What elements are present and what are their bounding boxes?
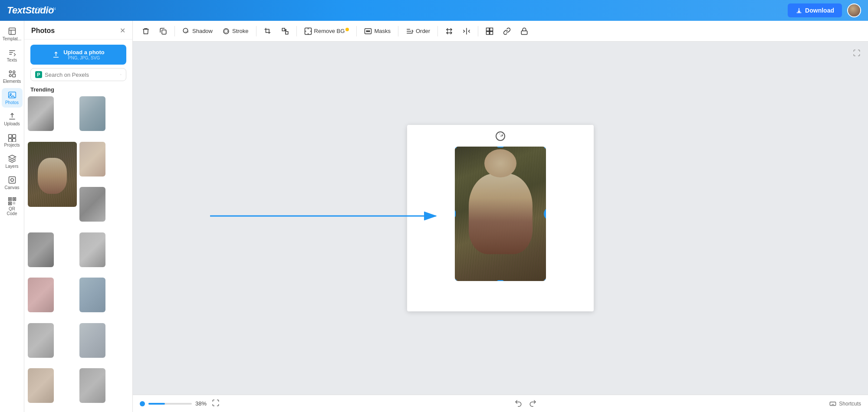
svg-rect-20	[162, 30, 166, 34]
sidebar-item-layers[interactable]: Layers	[2, 152, 23, 171]
photo-thumb-4[interactable]	[79, 187, 105, 222]
pexels-logo: P	[35, 71, 42, 78]
elements-icon	[8, 69, 16, 78]
sidebar-item-texts[interactable]: Texts	[2, 46, 23, 65]
keyboard-icon	[829, 400, 836, 407]
canvas-icon	[8, 176, 16, 184]
logo-design-text: DESIGN	[36, 7, 57, 11]
photo-thumb-11[interactable]	[28, 368, 54, 403]
rotate-handle[interactable]	[495, 131, 506, 141]
photo-thumb-2[interactable]	[79, 96, 105, 131]
sidebar-item-template[interactable]: Templat...	[2, 24, 23, 44]
zoom-slider-fill	[148, 403, 165, 405]
svg-rect-26	[285, 31, 288, 34]
masks-icon	[364, 27, 372, 35]
delete-icon	[142, 27, 150, 35]
toolbar: Shadow Stroke Remove BG Masks Order	[133, 21, 868, 42]
mirror-icon	[463, 27, 470, 35]
photos-icon	[8, 91, 16, 99]
canvas-background: Replace photo	[407, 125, 594, 311]
delete-button[interactable]	[138, 25, 154, 37]
photo-thumb-12[interactable]	[79, 368, 105, 403]
svg-rect-10	[12, 139, 16, 142]
lock-icon	[520, 27, 528, 35]
zoom-dot	[140, 401, 145, 406]
order-icon	[406, 27, 414, 35]
rotate-icon	[498, 134, 503, 139]
photo-grid	[24, 96, 132, 412]
zoom-slider[interactable]	[148, 403, 192, 405]
svg-point-30	[368, 30, 370, 32]
layers-icon	[8, 154, 16, 163]
svg-rect-31	[487, 28, 490, 31]
photo-thumb-10[interactable]	[79, 323, 105, 358]
shortcuts-button[interactable]: Shortcuts	[829, 400, 861, 407]
sep-7	[478, 26, 478, 36]
svg-point-19	[121, 74, 122, 75]
sep-1	[174, 26, 175, 36]
svg-rect-8	[12, 134, 16, 138]
svg-point-29	[367, 30, 368, 32]
flip-button[interactable]	[441, 25, 457, 37]
svg-rect-18	[9, 203, 10, 204]
svg-rect-9	[8, 139, 12, 142]
svg-point-12	[10, 179, 13, 182]
image-content	[455, 147, 546, 281]
photo-thumb-6[interactable]	[79, 232, 105, 267]
photo-thumb-5[interactable]	[28, 232, 54, 267]
lock-button[interactable]	[516, 25, 532, 37]
duplicate-button[interactable]	[155, 25, 171, 37]
main-layout: Templat... Texts Elements Photos Uploads…	[0, 21, 868, 412]
zoom-fit-button[interactable]	[210, 397, 221, 410]
sidebar-item-qrcode[interactable]: QR Code	[2, 194, 23, 219]
undo-button[interactable]	[513, 397, 524, 410]
photo-thumb-7[interactable]	[28, 278, 54, 312]
redo-icon	[529, 399, 537, 407]
flip-icon	[445, 27, 453, 35]
svg-rect-11	[9, 177, 15, 183]
remove-bg-icon	[304, 27, 312, 35]
sidebar-item-canvas[interactable]: Canvas	[2, 173, 23, 193]
stroke-button[interactable]: Stroke	[218, 25, 253, 37]
photo-thumb-3[interactable]	[79, 142, 105, 177]
photo-thumb-9[interactable]	[28, 323, 54, 358]
svg-point-24	[224, 29, 228, 33]
remove-bg-button[interactable]: Remove BG	[300, 25, 353, 37]
grid-button[interactable]	[482, 25, 497, 37]
logo-area: DESIGN TextStudio	[7, 5, 54, 16]
rotate-circle	[496, 131, 505, 141]
shadow-button[interactable]: Shadow	[178, 25, 217, 37]
link-button[interactable]	[499, 25, 515, 37]
search-input[interactable]	[45, 72, 118, 78]
download-button[interactable]: Download	[788, 3, 842, 17]
sidebar-item-elements[interactable]: Elements	[2, 67, 23, 86]
order-button[interactable]: Order	[402, 25, 434, 37]
photo-thumb-1[interactable]	[28, 96, 54, 131]
sep-2	[256, 26, 256, 36]
transform-icon	[281, 27, 289, 35]
svg-point-2	[13, 71, 15, 73]
mirror-button[interactable]	[459, 25, 474, 37]
redo-button[interactable]	[527, 397, 539, 410]
fullscreen-button[interactable]	[851, 47, 863, 59]
selected-image-wrapper[interactable]: Replace photo	[455, 147, 546, 281]
svg-rect-0	[9, 28, 15, 35]
sidebar-item-photos[interactable]: Photos	[2, 88, 23, 108]
undo-icon	[514, 399, 522, 407]
avatar[interactable]	[847, 3, 861, 17]
masks-button[interactable]: Masks	[360, 25, 395, 37]
crop-button[interactable]	[260, 25, 276, 37]
canvas-area[interactable]: Replace photo	[133, 42, 868, 395]
sidebar-item-uploads[interactable]: Uploads	[2, 109, 23, 129]
transform-button[interactable]	[277, 25, 293, 37]
sep-3	[296, 26, 297, 36]
selected-image[interactable]: Replace photo	[455, 147, 546, 281]
svg-rect-33	[487, 31, 490, 34]
sidebar-item-projects[interactable]: Projects	[2, 131, 23, 150]
upload-photo-button[interactable]: Upload a photo PNG, JPG, SVG	[30, 45, 126, 65]
photo-thumb-featured[interactable]	[28, 142, 77, 207]
svg-point-6	[10, 94, 11, 95]
photo-thumb-8[interactable]	[79, 278, 105, 312]
fullscreen-icon-svg	[853, 49, 861, 57]
photos-close-button[interactable]: ✕	[120, 27, 125, 34]
